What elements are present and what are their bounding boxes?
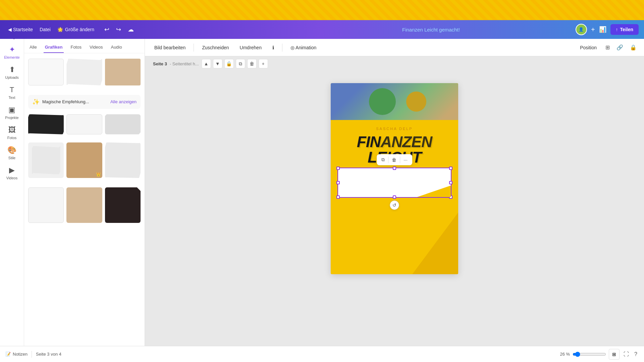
avatar[interactable]: 👤 [576,24,587,35]
float-copy-button[interactable]: ⧉ [379,156,387,164]
sidebar-item-elemente[interactable]: ✦ Elemente [2,43,22,62]
crop-button[interactable]: Zuschneiden [198,43,233,52]
top-banner [0,0,644,20]
tab-videos[interactable]: Videos [88,42,104,53]
position-label: Position [580,45,597,50]
page-subtitle: - Seitentitel h... [170,61,199,66]
header-nav: ◀ Startseite Datei 🌟 Größe ändern [5,25,97,34]
list-item[interactable] [105,114,141,134]
tab-alle-label: Alle [30,45,37,50]
list-item[interactable] [105,142,141,178]
selected-container: ⧉ 🗑 ··· [337,168,451,198]
resize-button[interactable]: 🌟 Größe ändern [55,25,97,34]
handle-bottom-left[interactable] [336,195,340,199]
tab-alle[interactable]: Alle [28,42,38,53]
magic-link[interactable]: Alle anzeigen [110,99,137,104]
list-item[interactable] [66,114,102,134]
handle-top-middle[interactable] [393,167,396,170]
tab-audio[interactable]: Audio [109,42,123,53]
list-item[interactable] [28,187,64,223]
stats-button[interactable]: 📊 [599,26,606,33]
rotate-handle[interactable]: ↺ [390,200,399,210]
page-actions: ▲ ▼ 🔒 ⧉ 🗑 + [202,59,268,68]
toolbar-right: Position ⊞ 🔗 🔒 [576,42,639,53]
sidebar-item-stile[interactable]: 🎨 Stile [2,143,22,162]
circle-orange [406,92,426,112]
list-item[interactable] [66,59,102,85]
stile-icon: 🎨 [7,146,16,155]
design-canvas[interactable]: SASCHA DELP FINANZEN LEICHT ⧉ 🗑 ··· [331,83,458,274]
tab-fotos[interactable]: Fotos [69,42,83,53]
page-up-button[interactable]: ▲ [202,59,211,68]
list-item[interactable] [28,142,64,178]
page-copy-button[interactable]: ⧉ [236,59,245,68]
sidebar-item-uploads[interactable]: ⬆ Uploads [2,63,22,82]
sidebar-item-projekte[interactable]: ▣ Projekte [2,103,22,122]
info-button[interactable]: ℹ [268,43,278,52]
list-item[interactable] [105,59,141,85]
animation-label: Animation [296,45,316,50]
handle-middle-left[interactable] [336,181,340,184]
sidebar-item-text[interactable]: T Text [2,83,22,102]
file-label: Datei [40,27,51,32]
page-grid-button[interactable]: ⊞ [609,349,620,360]
toolbar-separator-1 [194,44,194,52]
flip-button[interactable]: Umdrehen [236,43,266,52]
fullscreen-button[interactable]: ⛶ [622,350,630,359]
back-button[interactable]: ◀ Startseite [5,25,36,34]
text-label: Text [8,96,15,100]
list-item[interactable]: 👑 [66,142,102,178]
help-button[interactable]: ? [633,350,639,359]
canvas-area: SASCHA DELP FINANZEN LEICHT ⧉ 🗑 ··· [145,56,644,362]
handle-middle-right[interactable] [449,181,452,184]
float-separator [388,157,388,163]
animation-button[interactable]: ◎ Animation [286,43,320,52]
hide-panel-button[interactable]: ◀ [145,183,145,199]
page-delete-button[interactable]: 🗑 [247,59,257,68]
header-tools: ↩ ↪ ☁ [102,24,136,35]
list-item[interactable] [105,187,141,223]
float-more-button[interactable]: ··· [401,156,410,164]
selected-paper-element[interactable] [337,168,451,198]
zoom-slider[interactable] [573,352,606,357]
crop-label: Zuschneiden [202,45,229,50]
sun-icon: 🌟 [57,27,63,32]
lock-button[interactable]: 🔒 [628,42,639,53]
float-delete-button[interactable]: 🗑 [390,156,398,164]
handle-top-right[interactable] [449,167,452,170]
page-lock-button[interactable]: 🔒 [224,59,234,68]
page-add-button[interactable]: + [259,59,268,68]
share-label: Teilen [620,27,633,32]
add-button[interactable]: + [591,26,595,34]
sidebar-item-fotos[interactable]: 🖼 Fotos [2,123,22,142]
float-separator-2 [400,157,400,163]
tab-grafiken[interactable]: Grafiken [44,42,64,53]
list-item[interactable] [28,59,64,85]
share-button[interactable]: ↑ Teilen [610,24,639,35]
redo-button[interactable]: ↪ [114,24,123,35]
fotos-icon: 🖼 [8,126,16,134]
banner-pattern [0,0,644,20]
videos-label: Videos [6,176,17,180]
cloud-button[interactable]: ☁ [126,24,136,35]
undo-button[interactable]: ↩ [102,24,111,35]
link-button[interactable]: 🔗 [614,42,625,53]
header-left: ◀ Startseite Datei 🌟 Größe ändern ↩ ↪ ☁ [5,24,286,35]
notes-button[interactable]: 📝 Notizen [5,352,28,357]
magic-items [24,112,145,140]
magic-row: ✨ Magische Empfehlung... Alle anzeigen [28,95,141,109]
list-item[interactable] [66,187,102,223]
edit-image-button[interactable]: Bild bearbeiten [150,43,190,52]
file-button[interactable]: Datei [37,25,53,34]
header-right: 👤 + 📊 ↑ Teilen [576,24,639,35]
handle-bottom-middle[interactable] [393,195,396,199]
grid-button[interactable]: ⊞ [603,42,612,53]
magic-icon: ✨ [32,98,40,106]
sidebar-item-videos[interactable]: ▶ Videos [2,164,22,182]
position-button[interactable]: Position [576,43,601,52]
back-icon: ◀ [8,27,12,32]
list-item[interactable] [28,114,64,134]
page-down-button[interactable]: ▼ [213,59,222,68]
handle-top-left[interactable] [336,167,340,170]
elemente-label: Elemente [4,55,19,59]
